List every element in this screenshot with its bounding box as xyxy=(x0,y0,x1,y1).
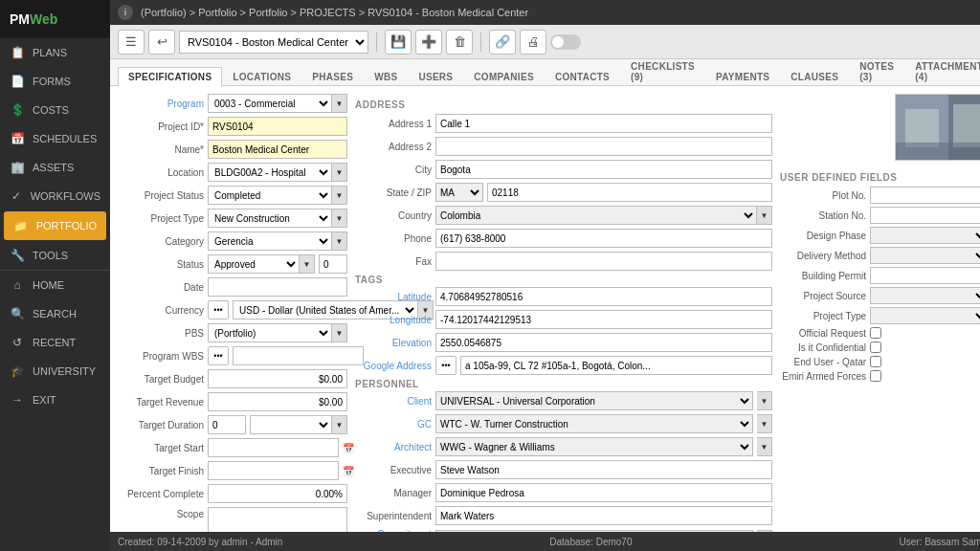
tab-contacts[interactable]: CONTACTS xyxy=(545,67,620,86)
status-btn[interactable]: ▼ xyxy=(300,254,315,274)
superintendent-input[interactable] xyxy=(435,506,772,525)
target-start-cal-icon[interactable]: 📅 xyxy=(343,443,354,453)
udf-delivery-method-select[interactable] xyxy=(870,247,980,264)
sidebar-item-assets[interactable]: 🏢 ASSETS xyxy=(0,153,110,182)
sidebar-item-workflows[interactable]: ✓ WORKFLOWS xyxy=(0,182,110,210)
date-input[interactable] xyxy=(208,277,347,297)
city-input[interactable] xyxy=(435,160,772,179)
client-dropdown-btn[interactable]: ▼ xyxy=(757,391,772,410)
tab-notes[interactable]: NOTES (3) xyxy=(849,56,904,86)
add-button[interactable]: ➕ xyxy=(415,30,442,55)
address2-input[interactable] xyxy=(435,137,772,156)
percent-complete-input[interactable] xyxy=(208,484,347,503)
sidebar-item-costs[interactable]: 💲 COSTS xyxy=(0,96,110,124)
phone-input[interactable] xyxy=(435,229,772,248)
target-budget-input[interactable] xyxy=(208,369,347,388)
sidebar-item-plans[interactable]: 📋 PLANS xyxy=(0,38,110,67)
udf-design-phase-select[interactable] xyxy=(870,227,980,244)
pbs-btn[interactable]: ▼ xyxy=(332,323,347,342)
program-select[interactable]: 0003 - Commercial xyxy=(208,94,332,113)
udf-project-type-select[interactable] xyxy=(870,307,980,324)
udf-building-permit-input[interactable] xyxy=(870,267,980,284)
state-select[interactable]: MA xyxy=(435,183,483,202)
udf-official-request-checkbox[interactable] xyxy=(870,327,881,339)
country-select[interactable]: Colombia xyxy=(435,206,757,225)
google-address-more-btn[interactable]: ••• xyxy=(435,356,457,375)
manager-input[interactable] xyxy=(435,483,772,502)
fax-input[interactable] xyxy=(435,252,772,271)
scope-textarea[interactable] xyxy=(208,507,347,532)
project-type-select[interactable]: New Construction xyxy=(208,209,332,228)
program-wbs-input[interactable] xyxy=(233,346,364,365)
location-select[interactable]: BLDG00A2 - Hospital xyxy=(208,163,332,182)
address1-input[interactable] xyxy=(435,114,772,133)
sidebar-item-recent[interactable]: ↺ RECENT xyxy=(0,328,110,357)
udf-project-source-select[interactable] xyxy=(870,287,980,304)
gc-select[interactable]: WTC - W. Turner Construction xyxy=(435,414,753,433)
sidebar-item-home[interactable]: ⌂ HOME xyxy=(0,271,110,299)
tab-wbs[interactable]: WBS xyxy=(364,67,408,86)
save-button[interactable]: 💾 xyxy=(385,30,412,55)
sidebar-item-tools[interactable]: 🔧 TOOLS xyxy=(0,241,110,270)
executive-input[interactable] xyxy=(435,460,772,479)
sidebar-item-search[interactable]: 🔍 SEARCH xyxy=(0,299,110,328)
sidebar-item-exit[interactable]: → EXIT xyxy=(0,386,110,414)
category-select[interactable]: Gerencia xyxy=(208,231,332,251)
target-start-input[interactable] xyxy=(208,438,339,457)
project-status-select[interactable]: Completed xyxy=(208,186,332,205)
sidebar-item-university[interactable]: 🎓 UNIVERSITY xyxy=(0,357,110,386)
gc-dropdown-btn[interactable]: ▼ xyxy=(757,414,772,433)
name-input[interactable] xyxy=(208,140,347,159)
target-finish-cal-icon[interactable]: 📅 xyxy=(343,466,354,476)
client-select[interactable]: UNIVERSAL - Universal Corporation xyxy=(435,391,753,410)
category-btn[interactable]: ▼ xyxy=(332,231,347,251)
currency-more-btn[interactable]: ••• xyxy=(208,300,229,320)
architect-dropdown-btn[interactable]: ▼ xyxy=(757,437,772,456)
menu-button[interactable]: ☰ xyxy=(118,30,145,55)
delete-button[interactable]: 🗑 xyxy=(446,30,473,55)
duration-unit-select[interactable] xyxy=(250,415,332,434)
undo-button[interactable]: ↩ xyxy=(148,30,175,55)
project-type-btn[interactable]: ▼ xyxy=(332,209,347,228)
sidebar-item-portfolio[interactable]: 📁 PORTFOLIO xyxy=(4,211,106,240)
target-revenue-input[interactable] xyxy=(208,392,347,411)
tab-specifications[interactable]: SPECIFICATIONS xyxy=(118,67,222,86)
zip-input[interactable] xyxy=(487,183,772,202)
sidebar-item-forms[interactable]: 📄 FORMS xyxy=(0,67,110,96)
tab-phases[interactable]: PHASES xyxy=(301,67,364,86)
status-num-input[interactable] xyxy=(319,254,347,274)
country-dropdown-btn[interactable]: ▼ xyxy=(757,206,772,225)
link-button[interactable]: 🔗 xyxy=(489,30,516,55)
project-status-btn[interactable]: ▼ xyxy=(332,186,347,205)
tab-attachments[interactable]: ATTACHMENTS (4) xyxy=(904,56,980,86)
target-duration-input[interactable] xyxy=(208,415,246,434)
tab-companies[interactable]: COMPANIES xyxy=(463,67,545,86)
tab-checklists[interactable]: CHECKLISTS (9) xyxy=(620,56,705,86)
tab-users[interactable]: USERS xyxy=(408,67,463,86)
udf-end-user-qatar-checkbox[interactable] xyxy=(870,356,881,367)
target-finish-input[interactable] xyxy=(208,461,339,480)
sidebar-item-schedules[interactable]: 📅 SCHEDULES xyxy=(0,124,110,153)
status-select[interactable]: Approved xyxy=(208,254,300,274)
pbs-select[interactable]: (Portfolio) xyxy=(208,323,332,342)
latitude-input[interactable] xyxy=(435,287,772,306)
elevation-input[interactable] xyxy=(435,333,772,352)
udf-confidential-checkbox[interactable] xyxy=(870,342,881,353)
udf-station-no-input[interactable] xyxy=(870,207,980,224)
project-id-input[interactable] xyxy=(208,117,347,136)
tab-payments[interactable]: PAYMENTS xyxy=(705,67,780,86)
google-address-input[interactable] xyxy=(460,356,772,375)
architect-select[interactable]: WWG - Wagner & Williams xyxy=(435,437,753,456)
record-select[interactable]: RVS0104 - Boston Medical Center xyxy=(179,31,368,54)
duration-unit-btn[interactable]: ▼ xyxy=(332,415,347,434)
tab-clauses[interactable]: CLAUSES xyxy=(780,67,849,86)
longitude-input[interactable] xyxy=(435,310,772,329)
toggle-button[interactable] xyxy=(550,34,581,50)
program-wbs-more-btn[interactable]: ••• xyxy=(208,346,229,365)
program-dropdown-btn[interactable]: ▼ xyxy=(332,94,347,113)
udf-plot-no-input[interactable] xyxy=(870,187,980,204)
tab-locations[interactable]: LOCATIONS xyxy=(222,67,301,86)
udf-emiri-checkbox[interactable] xyxy=(870,370,881,382)
print-button[interactable]: 🖨 xyxy=(520,30,546,55)
location-dropdown-btn[interactable]: ▼ xyxy=(332,163,347,182)
